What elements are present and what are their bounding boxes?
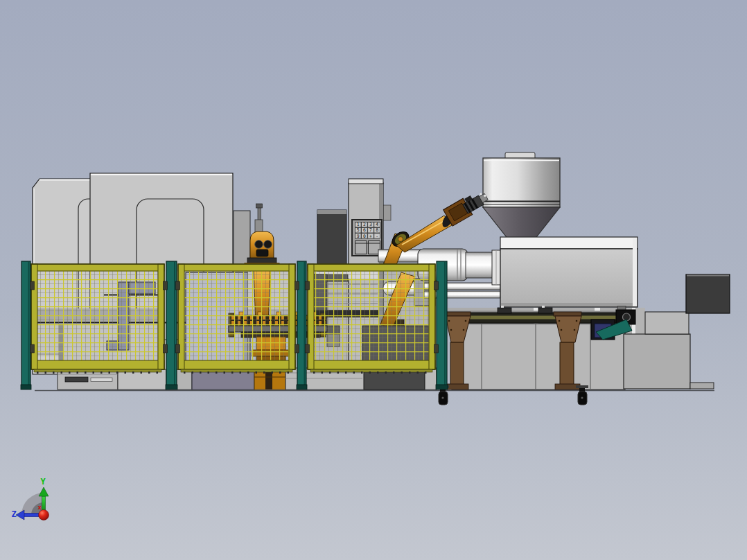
fence-stile (178, 264, 184, 369)
keypad-key-label: 6 (363, 227, 366, 233)
robot-head-lens-right (264, 240, 272, 249)
robot-antenna-rod (258, 207, 261, 221)
post-foot (436, 385, 448, 390)
hinge (306, 344, 310, 353)
robot2-elbow-hub (398, 237, 403, 242)
belt-item (538, 308, 552, 313)
fence-rail-bottom (31, 360, 164, 369)
leg-bolt (561, 329, 563, 331)
origin-sphere (39, 510, 49, 520)
keypad-key-label: 2 (363, 222, 366, 227)
fence-kickplate (181, 369, 292, 372)
leg-bolt (448, 320, 450, 322)
z-axis-label: Z (11, 509, 16, 519)
keypad-key-label: 4 (376, 222, 378, 227)
belt-item (498, 308, 511, 313)
keypad-key-label: - (376, 234, 378, 239)
hinge (164, 344, 168, 353)
robot-collar (247, 258, 276, 263)
fence-rail-bottom (308, 360, 435, 369)
caster-hub (441, 396, 443, 399)
hinge (176, 344, 180, 353)
fence-stile (429, 264, 435, 369)
control-keypad: 1 2 3 4 5 6 7 8 9 0 + - (352, 220, 382, 256)
machine-main-body (500, 249, 638, 307)
x-axis-label: x (37, 505, 42, 511)
machine-white-band (500, 237, 638, 249)
hinge (30, 281, 35, 290)
hinge (306, 281, 310, 290)
caster-plate (576, 385, 588, 388)
fence-stile (31, 264, 37, 369)
keypad-key-label: 5 (357, 227, 360, 233)
robot-head-lens-left (255, 240, 263, 249)
leg-bolt (559, 320, 561, 322)
safety-fence (21, 261, 448, 390)
leg-column (450, 342, 464, 385)
fence-kickplate (310, 369, 432, 372)
leg-bolt (576, 320, 578, 322)
belt-item-pin (501, 306, 504, 308)
hinge (295, 281, 299, 290)
fence-rail-bottom (178, 360, 295, 369)
machine-bottom-strip (501, 303, 637, 306)
cad-viewport[interactable]: 1 2 3 4 5 6 7 8 9 0 + - (0, 0, 747, 560)
fence-rail-top (178, 264, 295, 271)
fence-mesh (184, 271, 289, 360)
machine-right-highlight (633, 238, 637, 306)
hinge (176, 281, 180, 290)
post-foot (21, 385, 31, 390)
fence-rail-top (308, 264, 435, 271)
molding-machine (500, 237, 638, 307)
keypad-key-label: 0 (363, 234, 366, 239)
leg-bolt (465, 320, 467, 322)
fence-panel (308, 264, 435, 373)
leg-column (560, 342, 574, 385)
robot-antenna-tip (256, 204, 263, 208)
leg-bolt (463, 329, 465, 331)
fence-stile (308, 264, 314, 369)
hinge (295, 344, 299, 353)
keypad-key-label: 9 (357, 234, 360, 239)
hinge (434, 344, 439, 353)
dark-cabinet (317, 210, 346, 271)
keypad-key-label: 3 (369, 222, 372, 227)
right-foot-plate (690, 383, 714, 389)
caster-hub (581, 396, 583, 399)
post-foot (166, 385, 177, 390)
y-axis-label: Y (40, 477, 46, 487)
leg-bolt (450, 329, 452, 331)
keypad-tower-top (349, 179, 383, 184)
base-slot-light (91, 378, 112, 382)
cad-scene[interactable]: 1 2 3 4 5 6 7 8 9 0 + - (0, 0, 747, 560)
barrel-mid-cylinder (466, 252, 495, 278)
fence-mesh (37, 271, 158, 360)
hopper-drum (483, 158, 560, 207)
leg-bolt (574, 329, 576, 331)
fence-panel (31, 264, 164, 373)
base-slot-dark (65, 377, 88, 382)
dark-cabinet-top (317, 210, 346, 214)
hinge (30, 344, 35, 353)
right-base-box (624, 334, 690, 389)
fence-stile (158, 264, 164, 369)
post-foot (297, 385, 307, 390)
keypad-key-label: 8 (376, 227, 378, 233)
leg-cap (554, 312, 581, 316)
fence-panel (178, 264, 295, 373)
fence-rail-top (31, 264, 164, 271)
fence-mesh (314, 271, 429, 360)
fence-stile (289, 264, 295, 369)
hinge (164, 281, 168, 290)
keypad-slot-left (355, 241, 367, 254)
leg-cap (444, 312, 471, 316)
electrical-box (686, 274, 730, 313)
keypad-key-label: + (369, 234, 372, 239)
robot-head-slot (256, 250, 268, 256)
belt-item-pin (542, 306, 545, 308)
right-pedestal (645, 312, 689, 334)
hinge (434, 281, 439, 290)
keypad-key-label: 1 (357, 222, 360, 227)
keypad-key-label: 7 (369, 227, 372, 233)
